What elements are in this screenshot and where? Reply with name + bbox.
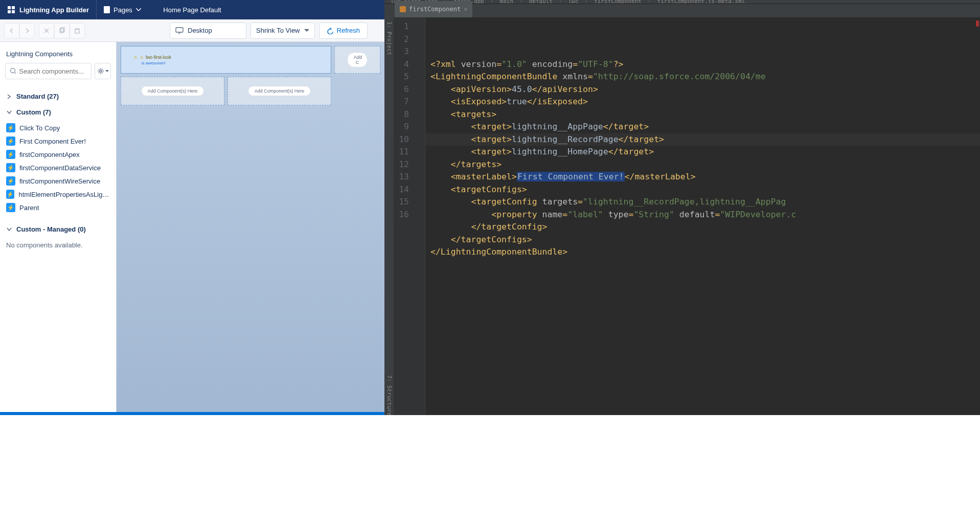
tab-label: firstComponent [409,3,461,16]
code-line[interactable]: <apiVersion>45.0</apiVersion> [427,83,980,96]
code-line[interactable]: <masterLabel>First Component Ever!</mast… [427,171,980,184]
component-label: First Component Ever! [19,138,86,145]
code-line[interactable]: <target>lightning__HomePage</target> [427,146,980,158]
component-item[interactable]: ⚡firstComponentApex [5,148,111,161]
redo-button[interactable] [19,23,35,38]
svg-rect-4 [104,6,110,13]
section-label: Custom - Managed (0) [16,225,86,233]
component-label: Click To Copy [19,124,60,132]
section-standard[interactable]: Standard (27) [5,88,111,104]
brand: Lightning App Builder [0,0,97,19]
pages-label: Pages [113,6,132,14]
pages-menu[interactable]: Pages [97,0,148,19]
empty-text: No components available. [5,238,111,252]
hero-line1: ⚠⚠ lwc-first-look [133,55,331,60]
search-input-wrap[interactable] [5,63,92,79]
tool-project[interactable]: 1: Project [384,17,394,415]
ide-tab[interactable]: firstComponent × [395,1,472,18]
svg-rect-1 [12,6,15,9]
page-title: Home Page Default [163,6,221,14]
code-line[interactable]: </LightningComponentBundle> [427,246,980,259]
close-icon[interactable]: × [464,3,467,16]
breadcrumb-item[interactable]: firstComponent.js-meta.xml [657,0,745,4]
dropzone[interactable]: Add Component(s) Here [121,77,224,105]
delete-button[interactable] [70,23,85,38]
code-area[interactable]: <?xml version="1.0" encoding="UTF-8"?><L… [425,17,980,415]
breadcrumb-sep: › [519,0,523,4]
svg-point-9 [11,68,15,73]
breadcrumb-sep: › [490,0,494,4]
breadcrumb-item[interactable]: default [529,0,553,4]
code-line[interactable]: <target>lightning__AppPage</target> [427,121,980,133]
lwc-icon: ⚡ [6,150,15,159]
dropzone[interactable]: Add Component(s) Here [227,77,331,105]
code-line[interactable]: <isExposed>true</isExposed> [427,96,980,108]
breadcrumb-item[interactable]: lwc [568,0,579,4]
caret-down-icon [304,29,309,32]
lab-footer-bar [0,412,384,415]
copy-button[interactable] [54,23,70,38]
code-line[interactable]: <targetConfigs> [427,184,980,196]
breadcrumb-sep: › [585,0,588,4]
shrink-label: Shrink To View [256,27,300,34]
breadcrumb-sep: › [559,0,562,4]
lwc-icon: ⚡ [6,123,15,132]
component-item[interactable]: ⚡firstComponentWireService [5,174,111,188]
hero-component[interactable]: ⚠⚠ lwc-first-look is awesome!! [121,46,331,74]
lwc-icon: ⚡ [6,176,15,186]
lightning-app-builder: Lightning App Builder Pages Home Page De… [0,0,384,415]
lwc-icon: ⚡ [6,136,15,146]
ide-tabs: firstComponent × [384,4,980,17]
code-line[interactable]: <property name="label" type="String" def… [427,209,980,221]
component-item[interactable]: ⚡Click To Copy [5,121,111,134]
trash-icon [74,27,81,34]
component-item[interactable]: ⚡htmlElementPropertiesAsLightni... [5,188,111,201]
cut-icon [43,27,50,34]
svg-rect-3 [12,10,15,13]
cut-button[interactable] [39,23,54,38]
lab-header: Lightning App Builder Pages Home Page De… [0,0,384,19]
page-icon [104,6,110,13]
code-line[interactable]: </targets> [427,158,980,171]
undo-button[interactable] [4,23,19,38]
component-item[interactable]: ⚡First Component Ever! [5,134,111,148]
chevron-right-icon [7,94,11,99]
code-line[interactable]: <LightningComponentBundle xmlns="http://… [427,71,980,83]
breadcrumb-item[interactable]: main [500,0,514,4]
svg-rect-2 [8,10,11,13]
refresh-icon [327,27,334,34]
component-item[interactable]: ⚡firstComponentDataService [5,161,111,174]
breadcrumb-item[interactable]: firstComponent [594,0,642,4]
dropzone-right[interactable]: Add C [334,46,380,74]
shrink-select[interactable]: Shrink To View [250,22,315,39]
error-strip-marker [976,20,979,27]
canvas[interactable]: ⚠⚠ lwc-first-look is awesome!! Add Compo… [117,42,384,412]
gear-icon [97,67,104,75]
svg-rect-0 [8,6,11,9]
code-line[interactable]: <targets> [427,108,980,121]
section-custom[interactable]: Custom (7) [5,104,111,120]
code-line[interactable]: <targetConfig targets="lightning__Record… [427,196,980,209]
code-line[interactable]: </targetConfig> [427,221,980,234]
code-line[interactable]: </targetConfigs> [427,234,980,246]
editor[interactable]: 12345678910111213141516 <?xml version="1… [394,17,980,415]
caret-down-icon [105,70,109,73]
app-icon [7,6,15,14]
code-line[interactable]: <?xml version="1.0" encoding="UTF-8"?> [427,58,980,71]
tool-structure[interactable]: 7: Structure [384,375,394,415]
svg-rect-5 [60,29,63,33]
component-item[interactable]: ⚡Parent [5,201,111,214]
device-label: Desktop [188,27,212,34]
dropzone-label: Add C [347,52,368,67]
svg-rect-7 [75,29,79,33]
settings-button[interactable] [95,63,111,79]
search-icon [10,67,16,75]
chevron-down-icon [7,227,12,232]
section-managed[interactable]: Custom - Managed (0) [5,221,111,237]
device-select[interactable]: Desktop [170,22,246,39]
refresh-button[interactable]: Refresh [319,22,368,39]
svg-rect-6 [61,28,64,32]
lab-toolbar: Desktop Shrink To View Refresh [0,19,384,42]
line-numbers: 12345678910111213141516 [394,17,417,415]
search-input[interactable] [19,67,87,75]
